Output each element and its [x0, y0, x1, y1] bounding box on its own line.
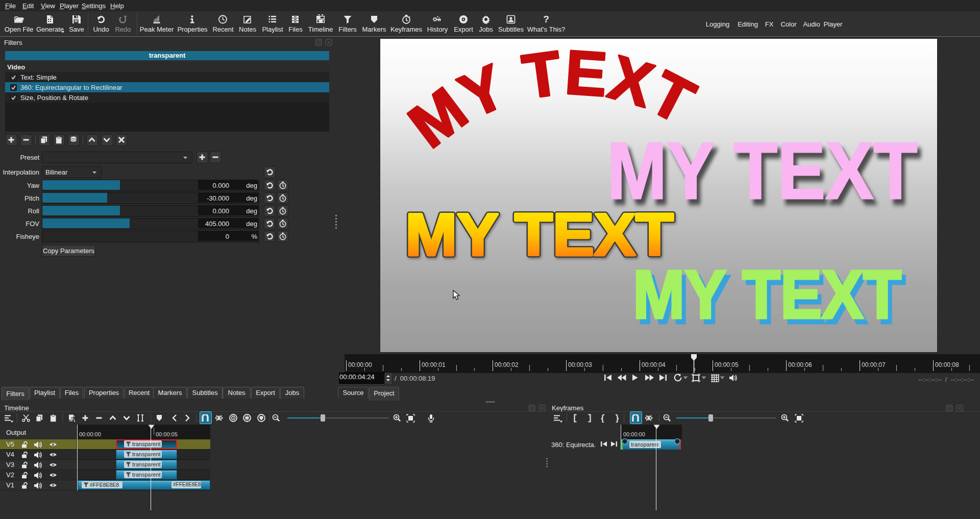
svg-text:?: ? — [543, 14, 549, 24]
